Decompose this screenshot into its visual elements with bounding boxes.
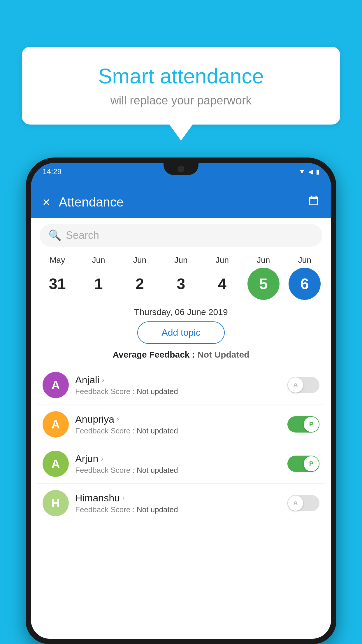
close-button[interactable]: × <box>43 195 50 209</box>
chevron-right-icon: › <box>102 375 104 384</box>
cal-month-label: Jun <box>257 256 270 265</box>
toggle-knob: P <box>304 456 319 471</box>
cal-month-label: May <box>50 256 65 265</box>
student-feedback: Feedback Score : Not updated <box>75 505 281 514</box>
attendance-toggle[interactable]: A <box>287 377 319 393</box>
calendar-day-0[interactable]: May31 <box>38 256 76 300</box>
bubble-subtitle: will replace your paperwork <box>42 94 320 107</box>
cal-month-label: Jun <box>298 256 311 265</box>
wifi-icon: ▼ <box>299 168 305 176</box>
student-name[interactable]: Anjali › <box>75 374 281 386</box>
phone-top-bar: 14:29 ▼ ◀ ▮ <box>31 163 331 186</box>
calendar-day-4[interactable]: Jun4 <box>203 256 241 300</box>
calendar-strip: May31Jun1Jun2Jun3Jun4Jun5Jun6 <box>31 253 331 304</box>
cal-date-number: 31 <box>41 268 73 300</box>
student-list: AAnjali ›Feedback Score : Not updatedAAA… <box>31 365 331 523</box>
cal-month-label: Jun <box>216 256 229 265</box>
phone-frame: 14:29 ▼ ◀ ▮ × Attendance 🔍 Search <box>26 158 336 644</box>
list-item: AArjun ›Feedback Score : Not updatedP <box>37 444 325 484</box>
avg-label: Average Feedback : <box>113 350 197 359</box>
bubble-tail <box>169 125 193 141</box>
calendar-icon[interactable] <box>308 195 319 209</box>
student-info: Anjali ›Feedback Score : Not updated <box>75 374 281 396</box>
student-feedback: Feedback Score : Not updated <box>75 466 281 475</box>
average-feedback: Average Feedback : Not Updated <box>31 350 331 365</box>
cal-month-label: Jun <box>92 256 105 265</box>
list-item: AAnjali ›Feedback Score : Not updatedA <box>37 365 325 405</box>
app-bar: × Attendance <box>31 186 331 218</box>
avatar: H <box>43 490 69 516</box>
signal-icon: ◀ <box>308 168 313 176</box>
toggle-knob: P <box>304 417 319 432</box>
calendar-day-1[interactable]: Jun1 <box>80 256 117 300</box>
search-icon: 🔍 <box>48 229 61 242</box>
status-icons: ▼ ◀ ▮ <box>299 168 319 176</box>
cal-date-number: 4 <box>206 268 238 300</box>
attendance-toggle[interactable]: P <box>287 416 319 433</box>
student-info: Arjun ›Feedback Score : Not updated <box>75 453 281 475</box>
avatar: A <box>43 411 69 438</box>
cal-date-number: 1 <box>82 268 115 300</box>
speech-bubble: Smart attendance will replace your paper… <box>22 47 340 125</box>
toggle-knob: A <box>288 377 303 393</box>
student-feedback: Feedback Score : Not updated <box>75 387 281 396</box>
avg-value: Not Updated <box>197 350 249 359</box>
cal-month-label: Jun <box>174 256 187 265</box>
chevron-right-icon: › <box>122 494 125 503</box>
cal-date-number: 5 <box>247 268 280 300</box>
speech-bubble-container: Smart attendance will replace your paper… <box>22 47 340 141</box>
cal-date-number: 3 <box>165 268 197 300</box>
student-info: Himanshu ›Feedback Score : Not updated <box>75 492 281 514</box>
bubble-title: Smart attendance <box>42 64 320 88</box>
attendance-toggle[interactable]: A <box>287 495 319 511</box>
calendar-day-2[interactable]: Jun2 <box>121 256 159 300</box>
avatar: A <box>43 451 69 477</box>
notch <box>164 163 198 175</box>
toggle-knob: A <box>288 496 303 511</box>
search-bar[interactable]: 🔍 Search <box>40 224 322 247</box>
chevron-right-icon: › <box>117 415 119 424</box>
student-name[interactable]: Himanshu › <box>75 492 281 504</box>
attendance-toggle[interactable]: P <box>287 456 319 472</box>
feedback-value: Not updated <box>137 505 178 514</box>
chevron-right-icon: › <box>101 454 103 463</box>
cal-date-number: 2 <box>124 268 156 300</box>
student-name[interactable]: Arjun › <box>75 453 281 464</box>
cal-month-label: Jun <box>133 256 146 265</box>
selected-date-label: Thursday, 06 June 2019 <box>31 304 331 321</box>
battery-icon: ▮ <box>316 168 319 176</box>
feedback-value: Not updated <box>137 426 178 435</box>
list-item: AAnupriya ›Feedback Score : Not updatedP <box>37 405 325 444</box>
app-title: Attendance <box>59 195 299 209</box>
phone-inner: 14:29 ▼ ◀ ▮ × Attendance 🔍 Search <box>31 163 331 639</box>
avatar: A <box>43 372 69 398</box>
status-time: 14:29 <box>43 167 61 176</box>
calendar-day-5[interactable]: Jun5 <box>245 256 282 300</box>
search-placeholder: Search <box>66 229 99 242</box>
student-info: Anupriya ›Feedback Score : Not updated <box>75 414 281 435</box>
student-name[interactable]: Anupriya › <box>75 414 281 425</box>
camera <box>178 166 184 172</box>
add-topic-button[interactable]: Add topic <box>137 321 225 344</box>
calendar-day-6[interactable]: Jun6 <box>286 256 324 300</box>
cal-date-number: 6 <box>289 268 321 300</box>
list-item: HHimanshu ›Feedback Score : Not updatedA <box>37 484 325 523</box>
student-feedback: Feedback Score : Not updated <box>75 426 281 435</box>
calendar-day-3[interactable]: Jun3 <box>162 256 200 300</box>
feedback-value: Not updated <box>137 387 178 396</box>
feedback-value: Not updated <box>137 466 178 475</box>
